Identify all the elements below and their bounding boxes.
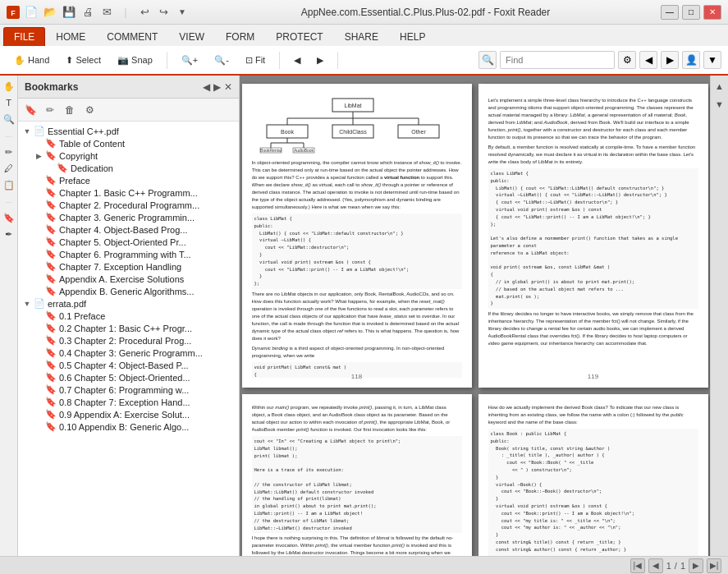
bookmark-new-icon[interactable]: 🔖	[21, 101, 39, 119]
page118-para1: In object-oriented programming, the comp…	[252, 159, 462, 211]
page121-code1: class Book : public LibMat { public: Boo…	[488, 429, 698, 556]
sidebar-item-preface[interactable]: 🔖Preface	[18, 174, 239, 186]
sidebar-item-appA[interactable]: 🔖Appendix A. Exercise Solutions	[18, 273, 239, 285]
highlight-icon[interactable]: 🖊	[2, 161, 16, 176]
svg-text:LibMat: LibMat	[344, 103, 361, 108]
panel-up-button[interactable]: ▲	[712, 79, 727, 94]
new-icon[interactable]: 📄	[23, 4, 39, 21]
minimize-button[interactable]: —	[661, 5, 679, 20]
pdf-viewer[interactable]: LibMat Book	[240, 76, 710, 556]
sidebar-item-ch5[interactable]: 🔖Chapter 5. Object-Oriented Pr...	[18, 236, 239, 248]
sidebar-item-copyright[interactable]: ▶🔖Copyright	[18, 149, 239, 162]
sidebar-item-e06[interactable]: 🔖0.6 Chapter 5: Object-Oriented...	[18, 371, 239, 383]
item-icon: 🔖	[44, 397, 57, 407]
page119-para3: If the library decides no longer to have…	[488, 310, 698, 347]
tab-view[interactable]: VIEW	[168, 27, 215, 46]
hand-icon[interactable]: ✋	[2, 79, 16, 94]
prev-page-button[interactable]: ◀	[286, 52, 308, 69]
tab-form[interactable]: FORM	[215, 27, 265, 46]
bookmark-delete-icon[interactable]: 🗑	[61, 101, 79, 119]
zoom-in-button[interactable]: 🔍+	[174, 52, 205, 69]
item-icon: 🔖	[44, 335, 57, 346]
sidebar-item-e10[interactable]: 🔖0.10 Appendix B: Generic Algo...	[18, 420, 239, 433]
sidebar-item-e09[interactable]: 🔖0.9 Appendix A: Exercise Solut...	[18, 408, 239, 420]
next-page-button[interactable]: ▶	[689, 558, 703, 573]
bookmark-icon[interactable]: 🔖	[2, 210, 16, 225]
save-icon[interactable]: 💾	[61, 4, 77, 21]
signature-icon[interactable]: ✒	[2, 227, 16, 241]
right-panel: ▲ ▼	[710, 76, 728, 556]
item-icon: 🔖	[44, 360, 57, 370]
fit-page-button[interactable]: ⊡ Fit	[238, 52, 272, 69]
search-icon-button[interactable]: 🔍	[478, 51, 497, 69]
sidebar-item-e02[interactable]: 🔖0.2 Chapter 1: Basic C++ Progr...	[18, 322, 239, 334]
prev-page-button[interactable]: ◀	[648, 558, 663, 573]
statusbar: |◀ ◀ 1 / 1 ▶ ▶|	[0, 556, 728, 574]
sidebar-item-root[interactable]: ▼📄Essential C++.pdf	[18, 125, 239, 137]
user-icon-button[interactable]: 👤	[682, 51, 700, 69]
sidebar-item-errata[interactable]: ▼📄errata.pdf	[18, 297, 239, 310]
undo-icon[interactable]: ↩	[136, 4, 153, 21]
panel-down-button[interactable]: ▼	[712, 97, 727, 112]
sidebar-item-ch7[interactable]: 🔖Chapter 7. Exception Handling	[18, 260, 239, 273]
sidebar-item-e07[interactable]: 🔖0.7 Chapter 6: Programming w...	[18, 383, 239, 396]
sidebar-close[interactable]: ✕	[224, 81, 232, 93]
select-tool-button[interactable]: ⬆ Select	[58, 52, 108, 69]
tab-share[interactable]: SHARE	[334, 27, 389, 46]
bookmark-edit-icon[interactable]: ✏	[41, 101, 59, 119]
sidebar-item-e03[interactable]: 🔖0.3 Chapter 2: Procedural Prog...	[18, 334, 239, 347]
item-label: Table of Content	[59, 139, 236, 149]
first-page-button[interactable]: |◀	[630, 558, 645, 573]
open-icon[interactable]: 📂	[42, 4, 58, 21]
next-page-button[interactable]: ▶	[309, 52, 331, 69]
sidebar-item-appB[interactable]: 🔖Appendix B. Generic Algorithms...	[18, 285, 239, 297]
item-icon: 🔖	[44, 384, 57, 395]
tab-protect[interactable]: PROTECT	[265, 27, 333, 46]
sidebar-item-e01[interactable]: 🔖0.1 Preface	[18, 310, 239, 322]
search-input[interactable]	[500, 51, 615, 69]
sidebar-item-e05[interactable]: 🔖0.5 Chapter 4: Object-Based P...	[18, 359, 239, 371]
search-next-button[interactable]: ▶	[661, 51, 679, 69]
sidebar-item-ch1[interactable]: 🔖Chapter 1. Basic C++ Programm...	[18, 186, 239, 199]
tab-file[interactable]: FILE	[3, 27, 45, 46]
sidebar-left-arrow[interactable]: ◀	[203, 81, 210, 93]
bookmark-settings-icon[interactable]: ⚙	[80, 101, 98, 119]
redo-icon[interactable]: ↪	[155, 4, 172, 21]
item-label: Copyright	[59, 151, 236, 161]
search-settings-button[interactable]: ⚙	[618, 51, 636, 69]
zoom-out-button[interactable]: 🔍-	[207, 52, 236, 69]
more-options-button[interactable]: ▼	[703, 51, 721, 69]
quick-access-toolbar: 📄 📂 💾 🖨 ✉ | ↩ ↪ ▼	[23, 4, 190, 21]
sidebar-item-e04[interactable]: 🔖0.4 Chapter 3: Generic Programm...	[18, 347, 239, 359]
sidebar-item-dedication[interactable]: 🔖Dedication	[18, 162, 239, 174]
svg-text:BookRental: BookRental	[260, 148, 282, 153]
close-button[interactable]: ✕	[703, 5, 721, 20]
email-icon[interactable]: ✉	[98, 4, 115, 21]
annotation-icon[interactable]: ✏	[2, 145, 16, 159]
sidebar-item-ch3[interactable]: 🔖Chapter 3. Generic Programmin...	[18, 211, 239, 223]
tab-help[interactable]: HELP	[389, 27, 436, 46]
item-icon: 🔖	[44, 175, 57, 186]
item-icon: 🔖	[44, 347, 57, 358]
sidebar-item-toc[interactable]: 🔖Table of Content	[18, 137, 239, 149]
search-prev-button[interactable]: ◀	[639, 51, 657, 69]
titlebar-left: F 📄 📂 💾 🖨 ✉ | ↩ ↪ ▼	[7, 4, 190, 21]
tab-comment[interactable]: COMMENT	[96, 27, 168, 46]
page120-para1: Within our main() program, we repeatedly…	[252, 404, 462, 434]
sidebar-right-arrow[interactable]: ▶	[213, 81, 221, 93]
zoom-icon[interactable]: 🔍	[2, 112, 16, 126]
select-text-icon[interactable]: T	[2, 95, 16, 110]
more-icon[interactable]: ▼	[174, 4, 190, 21]
print-icon[interactable]: 🖨	[80, 4, 96, 21]
maximize-button[interactable]: □	[682, 5, 700, 20]
sidebar-item-ch6[interactable]: 🔖Chapter 6. Programming with T...	[18, 248, 239, 260]
last-page-button[interactable]: ▶|	[707, 558, 721, 573]
sidebar-item-ch4[interactable]: 🔖Chapter 4. Object-Based Prog...	[18, 223, 239, 236]
stamp-icon[interactable]: 📋	[2, 177, 16, 192]
hand-tool-button[interactable]: ✋ Hand	[7, 52, 57, 69]
tab-home[interactable]: HOME	[45, 27, 96, 46]
sidebar-item-e08[interactable]: 🔖0.8 Chapter 7: Exception Hand...	[18, 396, 239, 408]
snapshot-button[interactable]: 📷 Snap	[110, 52, 160, 69]
sidebar-item-ch2[interactable]: 🔖Chapter 2. Procedural Programm...	[18, 199, 239, 211]
pdf-top-row: LibMat Book	[242, 84, 708, 388]
